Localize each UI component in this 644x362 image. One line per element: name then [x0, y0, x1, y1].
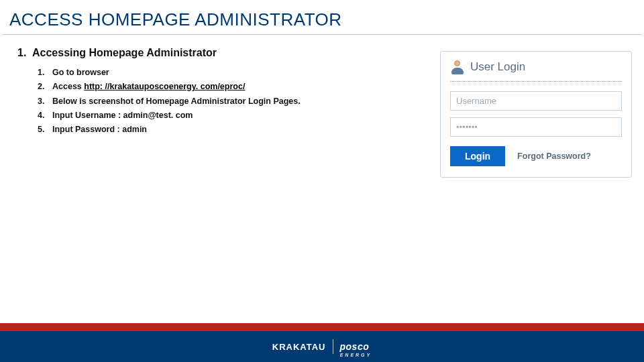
- footer: KRAKATAU posco ENERGY: [0, 331, 644, 362]
- login-heading: User Login: [470, 60, 525, 74]
- section-number: 1.: [17, 47, 32, 59]
- brand-posco-text: posco: [340, 341, 370, 352]
- brand-logo: KRAKATAU posco ENERGY: [272, 339, 372, 354]
- accent-bar: [0, 323, 644, 331]
- step-number: 5.: [38, 123, 52, 137]
- step-prefix: Access: [52, 82, 84, 91]
- login-button[interactable]: Login: [450, 146, 505, 166]
- user-icon: [450, 60, 465, 74]
- username-input[interactable]: [450, 91, 622, 111]
- step-number: 2.: [38, 80, 52, 94]
- step-number: 4.: [38, 109, 52, 123]
- step-text: Go to browser: [52, 68, 109, 77]
- step-number: 3.: [38, 95, 52, 109]
- login-card: User Login Login Forgot Password?: [440, 51, 632, 178]
- step-text: Below is screenshot of Homepage Administ…: [52, 97, 301, 106]
- section-heading-text: Accessing Homepage Administrator: [32, 47, 217, 58]
- step-text: Input Username : admin@test. com: [52, 111, 193, 120]
- dotted-divider: [450, 81, 622, 82]
- login-header: User Login: [450, 60, 622, 74]
- password-input[interactable]: [450, 117, 622, 137]
- brand-krakatau: KRAKATAU: [272, 342, 326, 352]
- brand-energy: ENERGY: [340, 353, 372, 357]
- page-title: ACCESS HOMEPAGE ADMINISTRATOR: [0, 0, 644, 34]
- step-number: 1.: [38, 66, 52, 80]
- access-url-link[interactable]: http: //krakatauposcoenergy. com/eproc/: [84, 82, 245, 91]
- brand-posco: posco ENERGY: [340, 341, 372, 352]
- forgot-password-link[interactable]: Forgot Password?: [517, 152, 591, 161]
- step-text: Input Password : admin: [52, 125, 147, 134]
- brand-divider: [333, 339, 333, 354]
